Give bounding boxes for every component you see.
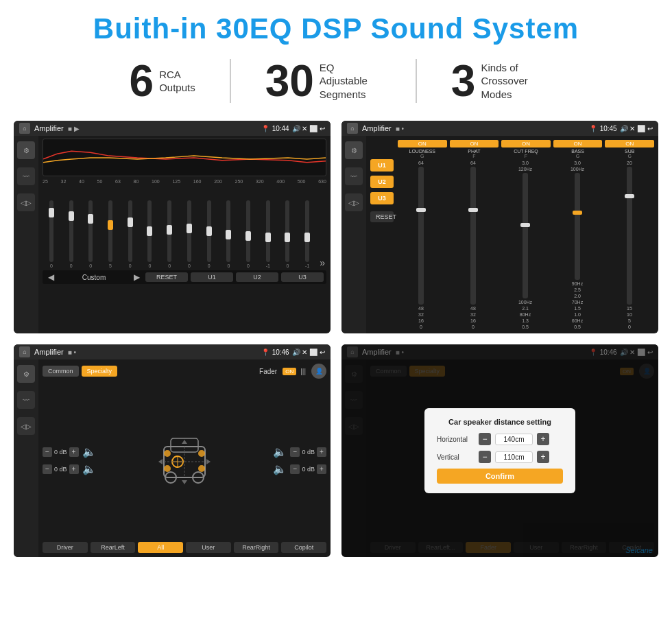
amp-bottomright-plus[interactable]: + xyxy=(317,464,326,474)
amp-status-bar: ⌂ Amplifier ■ • 📍 10:46 🔊 ✕ ⬜ ↩ xyxy=(14,344,331,359)
cx-phat-label: PHAT xyxy=(450,149,499,154)
cx-phat-f: F xyxy=(450,154,499,158)
amp-topright-minus[interactable]: − xyxy=(290,447,300,457)
cx-wave-icon[interactable]: 〰 xyxy=(345,167,363,185)
cx-sub-on[interactable]: ON xyxy=(605,140,654,147)
cx-loudness-slider[interactable]: 64 48 32 16 0 xyxy=(396,161,446,329)
eq-slider-4[interactable]: 0 xyxy=(121,200,139,268)
dialog-horizontal-plus[interactable]: + xyxy=(537,433,549,445)
amp-common-tab[interactable]: Common xyxy=(43,366,79,377)
cx-cutfreq-label: CUT FREQ xyxy=(501,149,551,154)
cx-mode-buttons: U1 U2 U3 RESET xyxy=(370,140,394,329)
amp-settings-icon[interactable]: ⚙ xyxy=(17,365,35,383)
eq-next-button[interactable]: ▶ xyxy=(131,272,143,282)
amp-topleft-ctrl: − 0 dB + 🔈 xyxy=(43,445,97,458)
amp-all-button[interactable]: All xyxy=(138,542,183,553)
cx-bass-on[interactable]: ON xyxy=(553,140,603,147)
amp-bottom-buttons: Driver RearLeft All User RearRight Copil… xyxy=(43,542,326,553)
amp-topleft-plus[interactable]: + xyxy=(69,447,79,457)
eq-screen: ⌂ Amplifier ■ ▶ 📍 10:44 🔊 ✕ ⬜ ↩ ⚙ 〰 ◁▷ xyxy=(14,121,331,333)
dialog-vertical-plus[interactable]: + xyxy=(537,451,549,463)
amp-bottomright-minus[interactable]: − xyxy=(290,464,300,474)
cx-status-right: 📍 10:45 🔊 ✕ ⬜ ↩ xyxy=(589,125,653,132)
amp-bottomleft-ctrl: − 0 dB + 🔈 xyxy=(43,462,97,475)
confirm-button[interactable]: Confirm xyxy=(437,469,563,484)
amp-wave-icon[interactable]: 〰 xyxy=(17,391,35,409)
amp-top-bar: Common Specialty Fader ON ||| 👤 xyxy=(43,364,326,379)
amp-specialty-tab[interactable]: Specialty xyxy=(82,366,118,377)
eq-slider-2[interactable]: 0 xyxy=(82,200,99,268)
cx-sub-slider[interactable]: 20 15 10 5 0 xyxy=(605,161,654,329)
amp-copilot-button[interactable]: Copilot xyxy=(281,542,326,553)
eq-preset-label: Custom xyxy=(60,274,128,281)
amp-topright-plus[interactable]: + xyxy=(317,447,326,457)
eq-slider-7[interactable]: 0 xyxy=(180,200,198,268)
eq-reset-button[interactable]: RESET xyxy=(145,272,188,282)
eq-u3-button[interactable]: U3 xyxy=(281,272,324,282)
eq-slider-9[interactable]: 0 xyxy=(219,200,237,268)
amp-home-icon[interactable]: ⌂ xyxy=(19,346,30,357)
eq-slider-11[interactable]: -1 xyxy=(259,200,277,268)
stat-rca-number: 6 xyxy=(130,59,154,103)
eq-settings-icon[interactable]: ⚙ xyxy=(17,141,35,159)
cx-loudness-on[interactable]: ON xyxy=(398,140,447,147)
amp-bottomleft-minus[interactable]: − xyxy=(43,464,52,474)
cx-reset-button[interactable]: RESET xyxy=(370,211,394,222)
dialog-horizontal-minus[interactable]: − xyxy=(479,433,491,445)
eq-slider-12[interactable]: 0 xyxy=(279,200,297,268)
dialog-box: Car speaker distance setting Horizontal … xyxy=(424,408,575,493)
amp-rearright-button[interactable]: RearRight xyxy=(234,542,279,553)
stat-rca: 6 RCAOutputs xyxy=(95,59,231,103)
amp-driver-button[interactable]: Driver xyxy=(43,542,88,553)
eq-slider-8[interactable]: 0 xyxy=(200,200,218,268)
svg-point-7 xyxy=(198,465,205,472)
eq-slider-3[interactable]: 5 xyxy=(101,200,119,268)
eq-slider-10[interactable]: 0 xyxy=(239,200,257,268)
eq-speaker-icon[interactable]: ◁▷ xyxy=(17,193,35,211)
cx-u3-button[interactable]: U3 xyxy=(370,192,394,204)
cx-cutfreq-slider[interactable]: 3.0 120Hz 100Hz 2.1 80Hz 1.3 0.5 xyxy=(501,161,550,329)
cx-loudness-label: LOUDNESS xyxy=(398,149,447,154)
eq-expand-icon[interactable]: » xyxy=(320,257,325,268)
amp-topleft-minus[interactable]: − xyxy=(43,447,52,457)
eq-u2-button[interactable]: U2 xyxy=(236,272,278,282)
amp-bottomright-value: 0 dB xyxy=(302,466,315,473)
cx-cutfreq-on[interactable]: ON xyxy=(501,140,551,147)
home-icon[interactable]: ⌂ xyxy=(19,123,30,134)
amp-profile-icon[interactable]: 👤 xyxy=(311,364,326,379)
cx-speaker-icon[interactable]: ◁▷ xyxy=(345,193,363,211)
stat-crossover: 3 Kinds ofCrossover Modes xyxy=(417,59,577,103)
eq-graph xyxy=(43,139,326,176)
amp-speaker-icon[interactable]: ◁▷ xyxy=(17,417,35,435)
eq-slider-0[interactable]: 0 xyxy=(43,200,60,268)
cx-bass-label: BASS xyxy=(553,149,603,154)
eq-wave-icon[interactable]: 〰 xyxy=(17,167,35,185)
amp-on-badge[interactable]: ON xyxy=(283,368,296,375)
eq-u1-button[interactable]: U1 xyxy=(191,272,233,282)
amp-topright-value: 0 dB xyxy=(302,449,315,456)
eq-prev-button[interactable]: ◀ xyxy=(45,272,57,282)
eq-status-left: ⌂ Amplifier ■ ▶ xyxy=(19,123,80,134)
eq-slider-5[interactable]: 0 xyxy=(141,200,159,268)
cx-u1-button[interactable]: U1 xyxy=(370,159,394,172)
amp-bottomright-ctrl: 🔈 − 0 dB + xyxy=(272,462,326,475)
eq-slider-1[interactable]: 0 xyxy=(62,200,80,268)
amp-topleft-value: 0 dB xyxy=(54,449,67,456)
cx-settings-icon[interactable]: ⚙ xyxy=(345,141,363,159)
dialog-vertical-minus[interactable]: − xyxy=(479,451,491,463)
cx-phat-on[interactable]: ON xyxy=(450,140,499,147)
cx-bass-slider[interactable]: 3.0 100Hz 90Hz 2.5 2.0 70Hz 1.5 1.0 60Hz xyxy=(553,161,602,329)
eq-slider-13[interactable]: -1 xyxy=(298,200,316,268)
amp-bottomleft-plus[interactable]: + xyxy=(69,464,79,474)
amp-user-button[interactable]: User xyxy=(186,542,231,553)
cx-phat-slider[interactable]: 64 48 32 16 0 xyxy=(448,161,498,329)
cx-main: U1 U2 U3 RESET ON LOUDNESS G xyxy=(366,136,658,333)
cx-u2-button[interactable]: U2 xyxy=(370,176,394,188)
cx-panel: ⚙ 〰 ◁▷ U1 U2 U3 RESET xyxy=(341,136,658,333)
amp-fader-indicator: ||| xyxy=(300,368,306,375)
eq-slider-6[interactable]: 0 xyxy=(160,200,178,268)
dialog-overlay: Car speaker distance setting Horizontal … xyxy=(341,344,658,557)
amp-rearleft-button[interactable]: RearLeft xyxy=(91,542,136,553)
cx-home-icon[interactable]: ⌂ xyxy=(347,123,358,134)
amp-status-left: ⌂ Amplifier ■ • xyxy=(19,346,76,357)
